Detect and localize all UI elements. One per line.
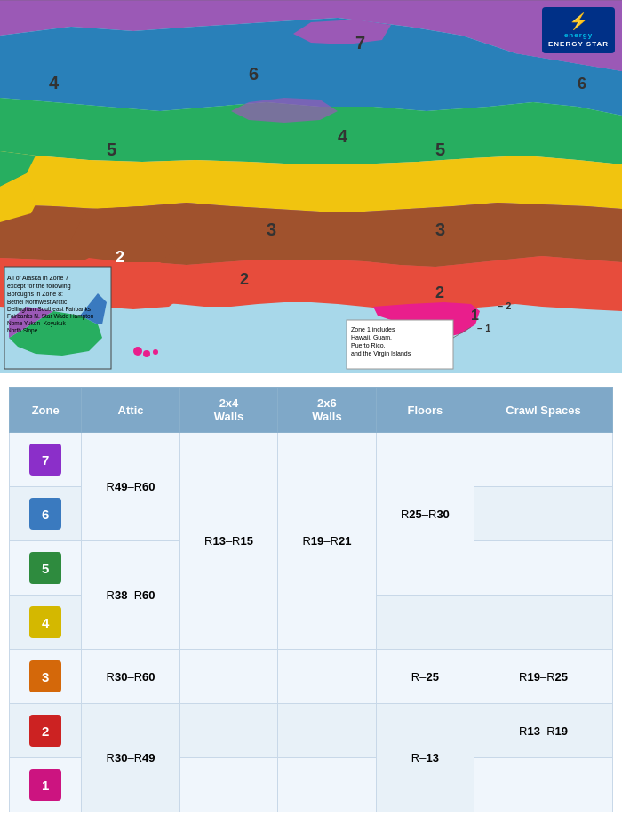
zone-cell: 7 bbox=[10, 433, 82, 487]
walls2x6-value: R19–R21 bbox=[302, 534, 351, 548]
svg-text:Hawaii, Guam,: Hawaii, Guam, bbox=[351, 334, 392, 340]
crawl-cell-1 bbox=[474, 758, 613, 812]
walls2x6-cell-1 bbox=[278, 758, 376, 812]
walls2x4-cell-3 bbox=[179, 650, 277, 704]
svg-text:Fairbanks N. Star  Wade Hampto: Fairbanks N. Star Wade Hampton bbox=[7, 313, 94, 320]
walls2x6-cell-2 bbox=[278, 704, 376, 758]
attic-value-7-6: R49–R60 bbox=[107, 480, 156, 493]
svg-text:4: 4 bbox=[49, 73, 60, 92]
col-header-floors: Floors bbox=[376, 388, 474, 433]
col-header-zone: Zone bbox=[10, 388, 82, 433]
svg-text:except for the following: except for the following bbox=[7, 283, 71, 290]
svg-text:2: 2 bbox=[116, 248, 124, 266]
walls2x4-value: R13–R15 bbox=[204, 534, 253, 548]
svg-text:2: 2 bbox=[240, 270, 249, 288]
zone-cell: 1 bbox=[10, 758, 82, 812]
map-section: 4 5 6 7 4 5 3 3 2 2 1 6 2 All of Alaska … bbox=[0, 0, 622, 373]
walls2x4-cell: R13–R15 bbox=[179, 433, 277, 650]
table-row: 7 R49–R60 R13–R15 R19–R21 R25–R30 bbox=[10, 433, 613, 487]
svg-text:⚡: ⚡ bbox=[569, 12, 589, 31]
svg-text:Dellingham    Southeast Fairba: Dellingham Southeast Fairbanks bbox=[7, 306, 92, 313]
floors-value-2-1: R–13 bbox=[411, 751, 439, 764]
insulation-table: Zone Attic 2x4Walls 2x6Walls Floors Craw… bbox=[9, 387, 613, 812]
svg-text:5: 5 bbox=[107, 140, 116, 159]
zone-badge-7: 7 bbox=[29, 444, 61, 476]
table-section: Zone Attic 2x4Walls 2x6Walls Floors Craw… bbox=[0, 373, 622, 826]
svg-text:3: 3 bbox=[267, 220, 276, 239]
svg-point-35 bbox=[143, 350, 150, 357]
col-header-crawl: Crawl Spaces bbox=[474, 388, 613, 433]
svg-point-36 bbox=[153, 349, 158, 355]
attic-value-3: R30–R60 bbox=[107, 670, 156, 684]
svg-text:energy: energy bbox=[564, 31, 593, 39]
crawl-cell-7 bbox=[474, 433, 613, 487]
zone-badge-6: 6 bbox=[29, 498, 61, 530]
svg-text:5: 5 bbox=[435, 140, 445, 159]
walls2x4-cell-1 bbox=[179, 758, 277, 812]
zone-cell: 2 bbox=[10, 704, 82, 758]
svg-text:1: 1 bbox=[471, 308, 479, 323]
crawl-cell-2: R13–R19 bbox=[474, 704, 613, 758]
attic-cell-5-4: R38–R60 bbox=[82, 541, 179, 650]
svg-text:Puerto Rico,: Puerto Rico, bbox=[351, 342, 386, 348]
svg-text:– 2: – 2 bbox=[498, 300, 511, 311]
svg-text:3: 3 bbox=[435, 220, 445, 239]
zone-badge-3: 3 bbox=[29, 660, 61, 692]
zone-cell: 5 bbox=[10, 541, 82, 596]
zone-cell: 6 bbox=[10, 487, 82, 541]
attic-value-2-1: R30–R49 bbox=[107, 751, 156, 764]
floors-cell-4 bbox=[376, 596, 474, 650]
floors-value-7-5: R25–R30 bbox=[401, 508, 450, 521]
floors-cell-2-1: R–13 bbox=[376, 704, 474, 812]
col-header-2x4: 2x4Walls bbox=[179, 388, 277, 433]
col-header-attic: Attic bbox=[82, 388, 179, 433]
svg-point-34 bbox=[133, 347, 142, 356]
attic-cell-7-6: R49–R60 bbox=[82, 433, 179, 541]
zone-badge-1: 1 bbox=[29, 769, 61, 801]
zone-cell: 3 bbox=[10, 650, 82, 704]
table-row: 3 R30–R60 R–25 R19–R25 bbox=[10, 650, 613, 704]
svg-text:Boroughs in Zone 8:: Boroughs in Zone 8: bbox=[7, 291, 63, 298]
svg-text:– 1: – 1 bbox=[477, 323, 490, 333]
zone-badge-2: 2 bbox=[29, 715, 61, 747]
floors-value-3: R–25 bbox=[411, 670, 439, 684]
svg-text:ENERGY STAR: ENERGY STAR bbox=[548, 40, 609, 48]
zone-badge-4: 4 bbox=[29, 606, 61, 638]
svg-text:Zone 1 includes: Zone 1 includes bbox=[351, 326, 395, 332]
svg-text:6: 6 bbox=[578, 75, 586, 92]
svg-text:and the Virgin Islands: and the Virgin Islands bbox=[351, 350, 411, 357]
walls2x6-cell: R19–R21 bbox=[278, 433, 376, 650]
col-header-2x6: 2x6Walls bbox=[278, 388, 376, 433]
crawl-cell-4 bbox=[474, 596, 613, 650]
floors-cell-7-5: R25–R30 bbox=[376, 433, 474, 596]
floors-cell-3: R–25 bbox=[376, 650, 474, 704]
crawl-cell-6 bbox=[474, 487, 613, 541]
svg-text:Bethel        Northwest Arctic: Bethel Northwest Arctic bbox=[7, 299, 68, 305]
walls2x4-cell-2 bbox=[179, 704, 277, 758]
svg-text:6: 6 bbox=[249, 64, 259, 84]
crawl-value-3: R19–R25 bbox=[519, 670, 568, 684]
crawl-cell-5 bbox=[474, 541, 613, 596]
svg-text:2: 2 bbox=[435, 284, 444, 301]
crawl-cell-3: R19–R25 bbox=[474, 650, 613, 704]
svg-text:Nome          Yukon–Koyukuk: Nome Yukon–Koyukuk bbox=[7, 320, 66, 327]
zone-cell: 4 bbox=[10, 596, 82, 650]
svg-text:North Slope: North Slope bbox=[7, 327, 38, 334]
zone-badge-5: 5 bbox=[29, 552, 61, 584]
attic-cell-2-1: R30–R49 bbox=[82, 704, 179, 812]
crawl-value-2: R13–R19 bbox=[519, 724, 568, 738]
table-row: 2 R30–R49 R–13 R13–R19 bbox=[10, 704, 613, 758]
attic-value-5-4: R38–R60 bbox=[107, 588, 156, 602]
svg-text:4: 4 bbox=[338, 126, 348, 146]
svg-text:All of Alaska in Zone 7: All of Alaska in Zone 7 bbox=[7, 275, 68, 281]
svg-text:7: 7 bbox=[355, 33, 365, 52]
walls2x6-cell-3 bbox=[278, 650, 376, 704]
attic-cell-3: R30–R60 bbox=[82, 650, 179, 704]
